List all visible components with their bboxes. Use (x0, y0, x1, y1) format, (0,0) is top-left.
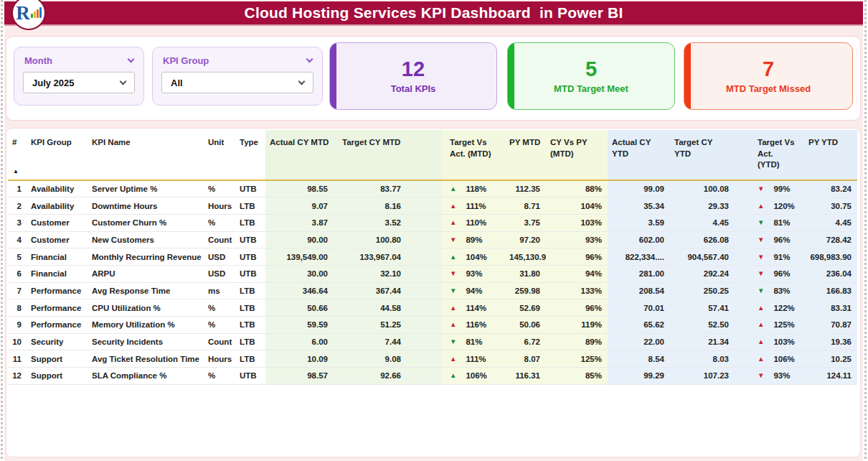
target-vs-actual-pct: 93% (466, 269, 482, 278)
target-vs-actual-pct: 94% (466, 287, 482, 295)
type-cell: LTB (235, 299, 265, 317)
col-header-kpi-name[interactable]: KPI Name (88, 130, 204, 180)
table-row[interactable]: 11SupportAvg Ticket Resolution TimeHours… (8, 350, 857, 368)
chevron-down-icon[interactable] (306, 56, 313, 63)
cy-vs-py-mtd-cell: 103% (546, 214, 608, 231)
target-vs-act-ytd-cell: ▼83% (735, 282, 801, 299)
card-accent-bar (508, 43, 514, 109)
table-row[interactable]: 6FinancialARPUUSDUTB30.0032.10▼93%31.809… (8, 265, 857, 282)
card-accent-bar (684, 43, 691, 109)
col-header-target-vs-act-mtd[interactable]: Target Vs Act. (MTD) (443, 130, 505, 180)
col-header-actual-cy-mtd[interactable]: Actual CY MTD (265, 130, 334, 180)
table-row[interactable]: 5FinancialMonthly Recurring RevenueUSDUT… (8, 248, 857, 266)
target-vs-actual-pct: 99% (773, 185, 790, 193)
unit-cell: ms (204, 282, 235, 299)
kpi-name-cell: Security Incidents (88, 333, 204, 350)
row-number-cell: 12 (8, 368, 27, 385)
cy-vs-py-mtd-cell: 104% (546, 197, 608, 215)
table-row[interactable]: 10SecuritySecurity IncidentsCountLTB6.00… (8, 333, 857, 350)
month-slicer-header[interactable]: Month (24, 55, 133, 66)
chevron-down-icon[interactable] (128, 56, 135, 63)
arrow-up-icon: ▲ (758, 304, 764, 312)
total-kpis-card: 12 Total KPIs (329, 42, 497, 110)
arrow-down-icon: ▼ (450, 236, 456, 243)
col-header-target-cy-ytd[interactable]: Target CY YTD (670, 130, 735, 180)
row-number-cell: 1 (8, 180, 27, 197)
col-header-type[interactable]: Type (235, 130, 265, 180)
target-vs-actual-pct: 114% (466, 304, 486, 312)
target-vs-act-mtd-cell: ▲118% (443, 180, 505, 197)
col-header-kpi-group[interactable]: KPI Group (27, 130, 88, 180)
table-row[interactable]: 4CustomerNew CustomersCountUTB90.00100.8… (8, 231, 857, 248)
table-row[interactable]: 9PerformanceMemory Utilization %%LTB59.5… (8, 317, 857, 334)
target-vs-act-ytd-cell: ▼81% (735, 214, 801, 231)
page-title: Cloud Hosting Services KPI Dashboard in … (245, 4, 623, 22)
table-row[interactable]: 12SupportSLA Compliance %%UTB98.5792.66▲… (8, 368, 857, 385)
row-number-cell: 10 (8, 333, 27, 350)
py-ytd-cell: 166.83 (801, 282, 857, 299)
target-vs-act-ytd-cell: ▲103% (735, 333, 801, 350)
col-header-unit[interactable]: Unit (204, 130, 235, 180)
month-dropdown[interactable]: July 2025 (23, 72, 135, 93)
table-row[interactable]: 7PerformanceAvg Response TimemsLTB346.64… (8, 282, 857, 299)
kpi-name-cell: Avg Response Time (88, 282, 204, 299)
target-cy-ytd-cell: 57.41 (670, 299, 735, 317)
col-header-py-mtd[interactable]: PY MTD (505, 130, 546, 180)
target-cy-ytd-cell: 100.08 (670, 180, 735, 197)
unit-cell: % (204, 299, 235, 317)
kpi-group-slicer: KPI Group All (152, 47, 323, 106)
kpi-table-container: # ▲ KPI Group KPI Name Unit Type Actual … (6, 128, 861, 457)
row-number-cell: 8 (8, 299, 27, 317)
unit-cell: Count (204, 231, 235, 248)
actual-cy-mtd-cell: 10.09 (265, 350, 334, 368)
cy-vs-py-mtd-cell: 94% (546, 265, 608, 282)
target-vs-actual-pct: 118% (466, 185, 486, 193)
sort-ascending-icon[interactable]: ▲ (13, 168, 19, 176)
actual-cy-mtd-cell: 30.00 (265, 265, 334, 282)
table-row[interactable]: 1AvailabilityServer Uptime %%UTB98.5583.… (8, 180, 857, 197)
table-row[interactable]: 2AvailabilityDowntime HoursHoursLTB9.078… (8, 197, 857, 215)
total-kpis-label: Total KPIs (391, 83, 436, 94)
kpi-group-cell: Customer (27, 231, 88, 248)
actual-cy-ytd-cell: 99.29 (608, 368, 670, 385)
col-header-target-vs-act-ytd[interactable]: Target Vs Act. (YTD) (735, 130, 801, 180)
card-accent-bar (330, 43, 336, 109)
unit-cell: % (204, 214, 235, 231)
col-header-py-ytd[interactable]: PY YTD (801, 130, 857, 180)
row-number-cell: 2 (8, 197, 27, 215)
kpi-name-cell: Memory Utilization % (88, 317, 204, 334)
mtd-target-missed-card: 7 MTD Target Missed (684, 42, 853, 110)
kpi-group-cell: Performance (27, 317, 88, 334)
col-header-actual-cy-ytd[interactable]: Actual CY YTD (608, 130, 670, 180)
col-header-cy-vs-py-mtd[interactable]: CY Vs PY (MTD) (546, 130, 608, 180)
unit-cell: Count (204, 333, 235, 350)
cy-vs-py-mtd-cell: 88% (546, 180, 608, 197)
arrow-down-icon: ▼ (450, 287, 456, 294)
py-mtd-cell: 31.80 (505, 265, 546, 282)
table-header-row: # ▲ KPI Group KPI Name Unit Type Actual … (8, 130, 857, 180)
type-cell: UTB (235, 180, 265, 197)
arrow-down-icon: ▼ (758, 287, 764, 294)
table-row[interactable]: 3CustomerCustomer Churn %%LTB3.873.52▲11… (8, 214, 857, 231)
type-cell: LTB (235, 317, 265, 334)
target-cy-mtd-cell: 32.10 (334, 265, 443, 282)
actual-cy-mtd-cell: 3.87 (265, 214, 334, 231)
col-header-index[interactable]: # ▲ (8, 130, 27, 180)
target-vs-actual-pct: 120% (773, 202, 794, 210)
kpi-group-slicer-header[interactable]: KPI Group (163, 55, 312, 66)
table-row[interactable]: 8PerformanceCPU Utilization %%LTB50.6644… (8, 299, 857, 317)
actual-cy-ytd-cell: 70.01 (608, 299, 670, 317)
arrow-up-icon: ▲ (758, 202, 764, 210)
kpi-group-dropdown[interactable]: All (161, 72, 313, 93)
target-vs-act-ytd-cell: ▼93% (735, 368, 801, 385)
kpi-group-cell: Support (27, 368, 88, 385)
type-cell: UTB (235, 368, 265, 385)
arrow-up-icon: ▲ (450, 253, 456, 261)
py-mtd-cell: 116.31 (505, 368, 546, 385)
target-vs-act-mtd-cell: ▼81% (443, 333, 505, 350)
col-header-target-cy-mtd[interactable]: Target CY MTD (334, 130, 443, 180)
page-background: R Cloud Hosting Services KPI Dashboard i… (4, 0, 863, 461)
target-vs-act-ytd-cell: ▼96% (735, 265, 801, 282)
target-vs-act-mtd-cell: ▲110% (443, 214, 505, 231)
arrow-down-icon: ▼ (758, 253, 764, 261)
